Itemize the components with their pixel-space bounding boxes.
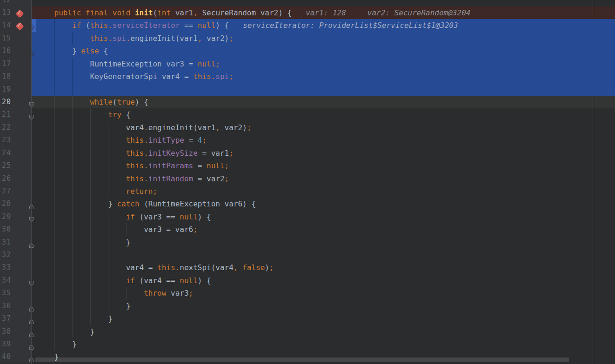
line-number[interactable]: 15 <box>0 32 16 45</box>
gutter[interactable]: 24 <box>0 147 32 159</box>
gutter[interactable]: 34 <box>0 274 32 287</box>
line-number[interactable]: 21 <box>0 108 16 121</box>
gutter[interactable]: 28 <box>0 198 32 210</box>
line-number[interactable]: 22 <box>0 121 16 134</box>
line-number[interactable]: 26 <box>0 172 16 185</box>
line-number[interactable]: 28 <box>0 198 16 210</box>
code-line-body[interactable]: var3 = var6; <box>32 223 615 236</box>
code-line-body[interactable]: var4.engineInit(var1, var2); <box>32 121 615 134</box>
code-line: 18 KeyGeneratorSpi var4 = this.spi; <box>0 70 615 83</box>
gutter[interactable]: 38 <box>0 325 32 338</box>
code-line: 39 } <box>0 338 615 351</box>
horizontal-scrollbar-thumb[interactable] <box>35 357 569 362</box>
gutter[interactable]: 17 <box>0 58 32 70</box>
line-number[interactable]: 27 <box>0 185 16 198</box>
line-number[interactable]: 30 <box>0 223 16 236</box>
line-number[interactable]: 24 <box>0 147 16 159</box>
code-line-body[interactable] <box>32 0 615 7</box>
gutter[interactable]: 25 <box>0 159 32 172</box>
line-number[interactable]: 13 <box>0 7 16 19</box>
breakpoint-verified-icon[interactable]: ✓ <box>15 8 25 18</box>
code-line-body[interactable]: if (this.serviceIterator == null) {servi… <box>32 19 615 32</box>
code-text: public final void init(int var1, SecureR… <box>36 7 470 19</box>
code-line-body[interactable]: if (var3 == null) { <box>32 211 615 223</box>
gutter[interactable]: 39 <box>0 338 32 351</box>
line-number[interactable]: 38 <box>0 325 16 338</box>
gutter[interactable]: 15 <box>0 32 32 45</box>
code-line-body[interactable]: public final void init(int var1, SecureR… <box>32 7 615 19</box>
gutter[interactable]: 30 <box>0 223 32 236</box>
gutter[interactable]: 16 <box>0 45 32 57</box>
gutter[interactable]: 18 <box>0 70 32 83</box>
line-number[interactable]: 40 <box>0 351 16 363</box>
line-number[interactable]: 14 <box>0 19 16 32</box>
line-number[interactable]: 25 <box>0 159 16 172</box>
code-line: 17 RuntimeException var3 = null; <box>0 58 615 70</box>
code-line-body[interactable]: this.spi.engineInit(var1, var2); <box>32 32 615 45</box>
code-line: 29 if (var3 == null) { <box>0 211 615 223</box>
line-number[interactable]: 31 <box>0 236 16 249</box>
breakpoint-verified-icon[interactable]: ✓ <box>15 20 25 31</box>
code-line-body[interactable]: var4 = this.nextSpi(var4, false); <box>32 261 615 274</box>
line-number[interactable]: 33 <box>0 261 16 274</box>
gutter[interactable]: 40 <box>0 351 32 363</box>
gutter[interactable]: 14✓ <box>0 19 32 32</box>
code-line-body[interactable]: } else { <box>32 45 615 57</box>
line-number[interactable]: 16 <box>0 45 16 57</box>
gutter[interactable]: 36 <box>0 300 32 312</box>
code-line-body[interactable]: this.initType = 4; <box>32 134 615 146</box>
gutter[interactable]: 35 <box>0 287 32 299</box>
line-number[interactable]: 12 <box>0 0 16 7</box>
code-line-body[interactable]: return; <box>32 185 615 198</box>
line-number[interactable]: 35 <box>0 287 16 299</box>
code-line-body[interactable] <box>32 83 615 96</box>
line-number[interactable]: 39 <box>0 338 16 351</box>
gutter[interactable]: 31 <box>0 236 32 249</box>
indent-guide <box>54 83 55 96</box>
gutter[interactable]: 22 <box>0 121 32 134</box>
code-text: if (var3 == null) { <box>36 211 211 223</box>
line-number[interactable]: 18 <box>0 70 16 83</box>
code-line: 22 var4.engineInit(var1, var2); <box>0 121 615 134</box>
code-line: 35 throw var3; <box>0 287 615 299</box>
gutter[interactable]: 13✓ <box>0 7 32 19</box>
code-line-body[interactable]: if (var4 == null) { <box>32 274 615 287</box>
line-number[interactable]: 36 <box>0 300 16 312</box>
code-line-body[interactable]: this.initParams = null; <box>32 159 615 172</box>
line-number[interactable]: 20 <box>0 96 16 108</box>
line-number[interactable]: 37 <box>0 312 16 325</box>
code-line-body[interactable]: this.initKeySize = var1; <box>32 147 615 159</box>
gutter[interactable]: 37 <box>0 312 32 325</box>
line-number[interactable]: 17 <box>0 58 16 70</box>
code-line-body[interactable]: } <box>32 236 615 249</box>
code-editor: 1213✓ public final void init(int var1, S… <box>0 0 615 364</box>
code-line: 20 while(true) { <box>0 96 615 108</box>
line-number[interactable]: 19 <box>0 83 16 96</box>
gutter[interactable]: 21 <box>0 108 32 121</box>
gutter[interactable]: 12 <box>0 0 32 7</box>
gutter[interactable]: 19 <box>0 83 32 96</box>
line-number[interactable]: 32 <box>0 249 16 261</box>
code-line-body[interactable]: this.initRandom = var2; <box>32 172 615 185</box>
gutter[interactable]: 29 <box>0 211 32 223</box>
gutter[interactable]: 32 <box>0 249 32 261</box>
line-number[interactable]: 29 <box>0 211 16 223</box>
code-line-body[interactable]: try { <box>32 108 615 121</box>
code-line-body[interactable]: } <box>32 325 615 338</box>
line-number[interactable]: 23 <box>0 134 16 146</box>
line-number[interactable]: 34 <box>0 274 16 287</box>
code-line-body[interactable]: } <box>32 300 615 312</box>
code-line-body[interactable]: while(true) { <box>32 96 615 108</box>
gutter[interactable]: 27 <box>0 185 32 198</box>
gutter[interactable]: 20 <box>0 96 32 108</box>
code-line-body[interactable]: } <box>32 338 615 351</box>
code-line-body[interactable]: KeyGeneratorSpi var4 = this.spi; <box>32 70 615 83</box>
code-line-body[interactable]: } catch (RuntimeException var6) { <box>32 198 615 210</box>
gutter[interactable]: 33 <box>0 261 32 274</box>
code-line-body[interactable]: throw var3; <box>32 287 615 299</box>
gutter[interactable]: 23 <box>0 134 32 146</box>
code-line-body[interactable]: } <box>32 312 615 325</box>
gutter[interactable]: 26 <box>0 172 32 185</box>
code-line-body[interactable]: RuntimeException var3 = null; <box>32 58 615 70</box>
code-line-body[interactable] <box>32 249 615 261</box>
